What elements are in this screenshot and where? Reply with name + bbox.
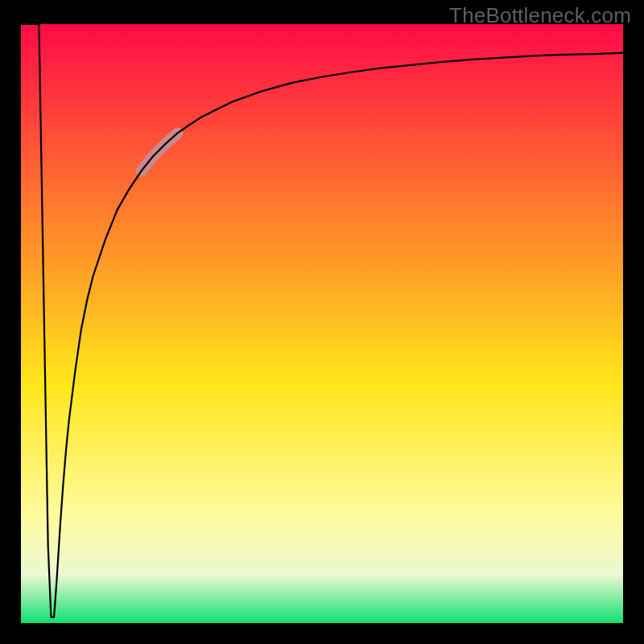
- plot-area: [21, 24, 623, 623]
- watermark-text: TheBottleneck.com: [449, 3, 631, 28]
- bottleneck-curve-chart: [21, 24, 623, 623]
- gradient-background: [21, 24, 623, 623]
- chart-frame: TheBottleneck.com: [0, 0, 644, 644]
